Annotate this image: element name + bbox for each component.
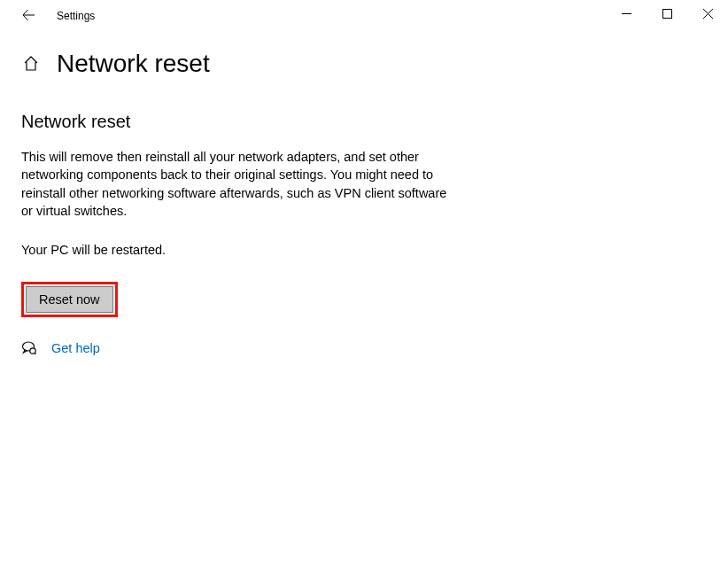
close-button[interactable] [687,0,728,28]
maximize-icon [662,8,672,21]
arrow-left-icon [21,8,35,25]
main-content: Network reset This will remove then rein… [0,87,478,356]
maximize-button[interactable] [647,0,687,28]
page-header: Network reset [0,32,728,87]
help-row: Get help [21,340,457,356]
window-controls [606,0,728,32]
page-title: Network reset [57,50,210,78]
get-help-link[interactable]: Get help [51,341,100,355]
back-button[interactable] [16,4,41,28]
highlight-annotation: Reset now [21,282,118,317]
app-name-label: Settings [57,10,95,22]
home-icon[interactable] [21,54,41,74]
svg-rect-1 [662,9,671,18]
section-heading: Network reset [21,112,457,132]
titlebar: Settings [0,0,728,32]
minimize-button[interactable] [606,0,647,28]
description-text: This will remove then reinstall all your… [21,148,457,220]
chat-help-icon [21,340,37,356]
reset-now-button[interactable]: Reset now [26,286,113,313]
minimize-icon [622,8,631,21]
close-icon [703,8,713,21]
restart-note: Your PC will be restarted. [21,243,457,257]
